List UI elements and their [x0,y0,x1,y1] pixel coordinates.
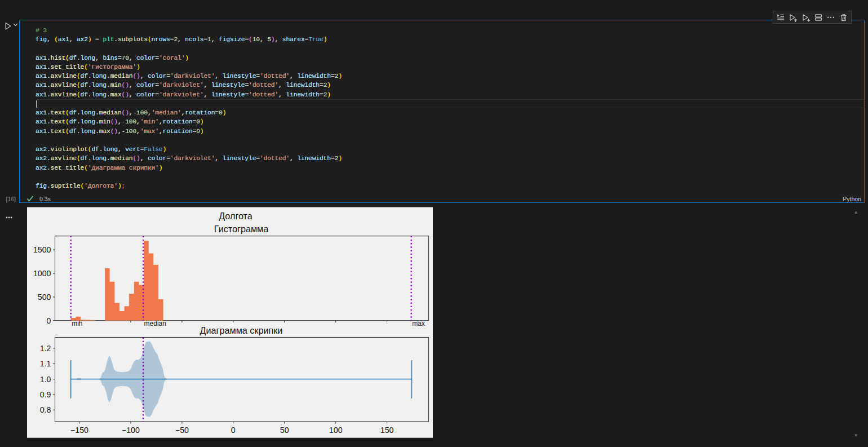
svg-text:−150: −150 [70,426,88,435]
svg-text:150: 150 [380,426,394,435]
svg-text:500: 500 [38,293,51,302]
svg-text:100: 100 [329,426,343,435]
svg-text:−100: −100 [122,426,140,435]
svg-text:1.0: 1.0 [40,375,51,384]
svg-text:1500: 1500 [33,245,51,254]
svg-text:0: 0 [231,426,236,435]
svg-text:0.9: 0.9 [40,390,51,399]
svg-text:−50: −50 [175,426,189,435]
svg-text:0.8: 0.8 [40,405,51,414]
svg-text:Долгота: Долгота [219,211,253,221]
svg-text:max: max [412,320,425,327]
svg-text:1.1: 1.1 [40,359,51,368]
svg-text:min: min [72,320,82,327]
svg-text:1.2: 1.2 [40,344,51,353]
svg-text:Диаграмма скрипки: Диаграмма скрипки [200,325,283,335]
svg-text:Гистограмма: Гистограмма [214,224,268,234]
svg-text:50: 50 [280,426,289,435]
svg-text:0: 0 [47,316,51,325]
svg-text:1000: 1000 [33,269,51,278]
svg-text:median: median [144,320,166,327]
